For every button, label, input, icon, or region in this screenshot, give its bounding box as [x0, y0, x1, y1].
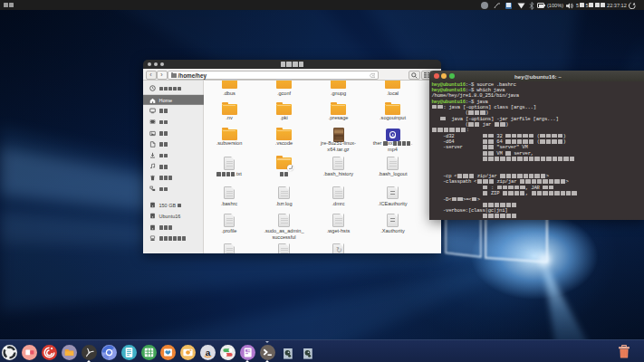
- svg-text:a: a: [206, 347, 211, 357]
